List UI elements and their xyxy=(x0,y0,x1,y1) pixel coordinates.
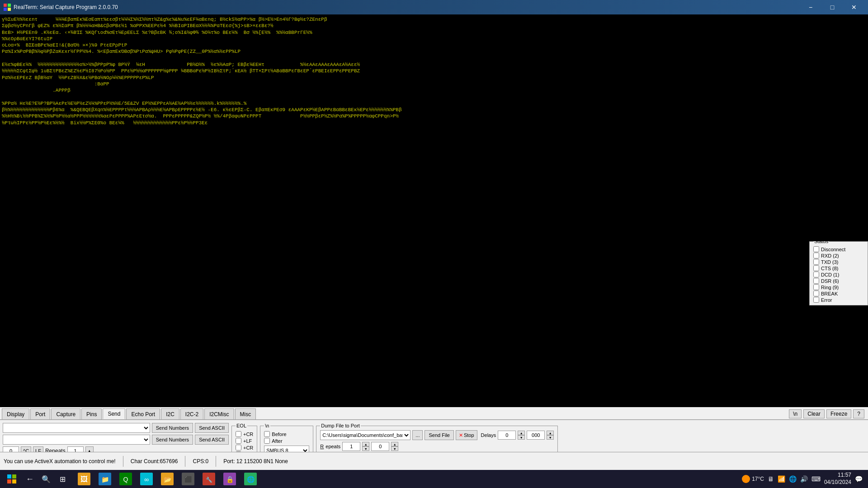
taskbar-app-5[interactable]: 📂 xyxy=(157,471,177,487)
svg-rect-6 xyxy=(7,479,11,483)
taskview-button[interactable]: ⊞ xyxy=(54,471,71,487)
svg-text:🔧: 🔧 xyxy=(206,476,212,483)
stop-icon: ✕ xyxy=(459,432,463,438)
taskbar-app-7[interactable]: 🔧 xyxy=(199,471,219,487)
delay2-down[interactable]: ▼ xyxy=(547,435,554,440)
status-checkbox-rxd--2-[interactable] xyxy=(813,253,819,258)
send-ascii-2-button[interactable]: Send ASCII xyxy=(195,435,229,445)
monitor-icon[interactable]: 🖥 xyxy=(768,475,774,483)
dump-file-row: C:\Users\sigma\Documents\conf_base_GNSS … xyxy=(320,430,554,440)
dump-repeats1-input[interactable] xyxy=(342,442,360,451)
delay1-down[interactable]: ▼ xyxy=(518,435,525,440)
status-checkbox-ring--9-[interactable] xyxy=(813,284,819,290)
tab-send[interactable]: Send xyxy=(103,408,125,419)
search-button[interactable]: 🔍 xyxy=(38,471,54,487)
minimize-button[interactable]: − xyxy=(800,0,821,14)
before-checkbox[interactable] xyxy=(264,431,270,437)
close-button[interactable]: ✕ xyxy=(844,0,864,14)
eol-lf1-checkbox[interactable] xyxy=(236,438,241,444)
dump-file-combo[interactable]: C:\Users\sigma\Documents\conf_base_GNSS xyxy=(320,430,410,440)
taskbar-clock[interactable]: 11:57 04/10/2024 xyxy=(824,472,851,486)
newline-button[interactable]: \n xyxy=(789,409,802,418)
eol-cr2-checkbox[interactable] xyxy=(236,445,241,450)
taskbar-app-4[interactable]: ∞ xyxy=(137,471,156,487)
tab-right-buttons: \nClearFreeze? xyxy=(789,409,868,419)
start-button[interactable] xyxy=(2,470,22,488)
tab-port[interactable]: Port xyxy=(30,408,50,419)
status-checkbox-txd--3-[interactable] xyxy=(813,259,819,265)
svg-rect-4 xyxy=(7,474,11,479)
after-label: After xyxy=(272,438,282,444)
status-item-txd--3-: TXD (3) xyxy=(813,259,864,265)
status-checkbox-disconnect[interactable] xyxy=(813,246,819,252)
send-file-button[interactable]: Send File xyxy=(425,430,453,440)
svg-text:📂: 📂 xyxy=(164,476,172,483)
status-checkbox-dcd--1-[interactable] xyxy=(813,272,819,277)
clock-date: 04/10/2024 xyxy=(824,479,851,486)
browse-button[interactable]: ... xyxy=(412,430,423,440)
globe-icon[interactable]: 🌐 xyxy=(789,475,797,483)
send-combo-1[interactable] xyxy=(3,423,150,433)
taskbar-app-2[interactable]: 📁 xyxy=(95,471,115,487)
tab-misc[interactable]: Misc xyxy=(235,408,256,419)
taskbar-app-6[interactable]: ⬛ xyxy=(178,471,198,487)
send-ascii-1-button[interactable]: Send ASCII xyxy=(195,423,229,433)
status-items: DisconnectRXD (2)TXD (3)CTS (8)DCD (1)DS… xyxy=(813,246,864,303)
send-combo-2[interactable] xyxy=(3,435,150,445)
terminal-display: γ½ΣuΕ½%½εεnτ ¼¼¼ΕβαπΕκ%ΕσΕαπτ%εεσβτ¼¼¼Σ%… xyxy=(0,14,868,407)
back-button[interactable]: ← xyxy=(22,471,38,487)
keyboard-icon[interactable]: ⌨ xyxy=(811,475,821,483)
delay2-up[interactable]: ▲ xyxy=(547,431,554,435)
delay2-input[interactable] xyxy=(527,431,545,440)
status-checkbox-dsr--6-[interactable] xyxy=(813,278,819,284)
tab-i2cmisc[interactable]: I2CMisc xyxy=(204,408,234,419)
eol-lf-row: +LF xyxy=(236,438,253,444)
dump-legend: Dump File to Port xyxy=(320,423,361,428)
status-label-break: BREAK xyxy=(821,291,838,296)
dump-repeats-label2: epeats xyxy=(326,444,340,449)
repeats2-up-btn[interactable]: ▲ xyxy=(391,442,398,446)
status-item-disconnect: Disconnect xyxy=(813,246,864,252)
status-checkbox-cts--8-[interactable] xyxy=(813,265,819,271)
status-sep-2 xyxy=(185,456,185,467)
stop-button[interactable]: ✕ Stop xyxy=(456,430,477,440)
dump-repeats2-input[interactable] xyxy=(371,442,389,451)
network-icon[interactable]: 📶 xyxy=(778,475,785,483)
eol-cr1-checkbox[interactable] xyxy=(236,431,241,437)
taskbar: ← 🔍 ⊞ 🖼 📁 Q ∞ 📂 ⬛ 🔧 🔒 🌐 xyxy=(0,470,868,488)
tab-display[interactable]: Display xyxy=(2,408,29,419)
tab-i2c[interactable]: I2C xyxy=(161,408,179,419)
after-checkbox[interactable] xyxy=(264,438,270,444)
repeats-up-btn[interactable]: ▲ xyxy=(362,442,369,446)
repeats2-down-btn[interactable]: ▼ xyxy=(391,446,398,451)
taskbar-app-8[interactable]: 🔒 xyxy=(220,471,240,487)
eol-cr2-row: +CR xyxy=(236,445,253,450)
tab-echo-port[interactable]: Echo Port xyxy=(126,408,160,419)
char-count: Char Count:657696 xyxy=(131,458,178,465)
repeats-down-btn[interactable]: ▼ xyxy=(362,446,369,451)
clear-button[interactable]: Clear xyxy=(803,409,825,418)
tab-bar: DisplayPortCapturePinsSendEcho PortI2CI2… xyxy=(0,407,868,420)
taskbar-app-9[interactable]: 🌐 xyxy=(241,471,260,487)
delay1-input[interactable] xyxy=(498,431,516,440)
status-sep-1 xyxy=(123,456,123,467)
tab-pins[interactable]: Pins xyxy=(81,408,102,419)
help-button[interactable]: ? xyxy=(853,409,864,418)
tab-i2c-2[interactable]: I2C-2 xyxy=(180,408,203,419)
delay1-up[interactable]: ▲ xyxy=(518,431,525,435)
send-numbers-1-button[interactable]: Send Numbers xyxy=(152,423,193,433)
speaker-icon[interactable]: 🔊 xyxy=(800,475,808,483)
send-numbers-2-button[interactable]: Send Numbers xyxy=(152,435,193,445)
maximize-button[interactable]: □ xyxy=(822,0,843,14)
status-checkbox-error[interactable] xyxy=(813,297,819,303)
notification-icon[interactable]: 💬 xyxy=(855,475,863,483)
status-bar: You can use ActiveX automation to contro… xyxy=(0,452,868,470)
taskbar-app-1[interactable]: 🖼 xyxy=(74,471,94,487)
status-sep-3 xyxy=(216,456,216,467)
status-checkbox-break[interactable] xyxy=(813,291,819,296)
tab-capture[interactable]: Capture xyxy=(51,408,80,419)
freeze-button[interactable]: Freeze xyxy=(826,409,851,418)
svg-text:Q: Q xyxy=(123,476,128,483)
main-window: γ½ΣuΕ½%½εεnτ ¼¼¼ΕβαπΕκ%ΕσΕαπτ%εεσβτ¼¼¼Σ%… xyxy=(0,14,868,470)
taskbar-app-3[interactable]: Q xyxy=(116,471,136,487)
